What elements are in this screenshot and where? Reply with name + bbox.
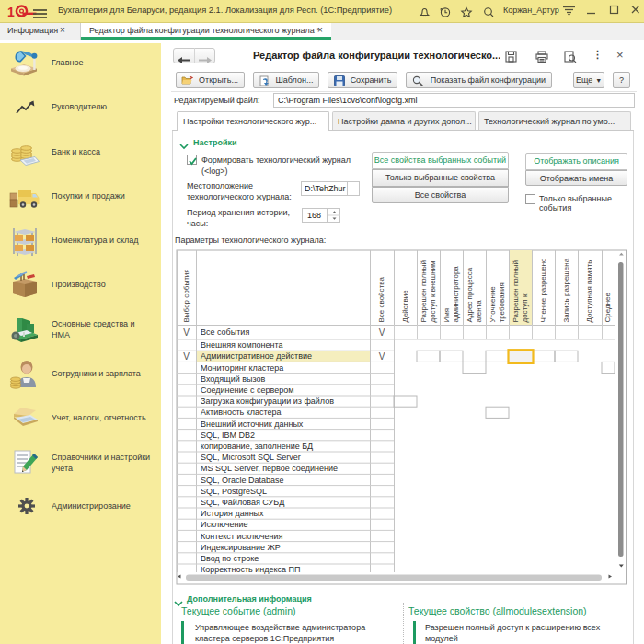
svg-text:SQL, IBM DB2: SQL, IBM DB2 [201,431,255,440]
svg-text:V: V [379,351,385,362]
svg-text:Чтение разрешено: Чтение разрешено [539,258,547,323]
svg-text:Все свойства: Все свойства [377,277,385,323]
svg-text:Все события: Все события [201,328,249,337]
svg-text:MS SQL Server, первое соединен: MS SQL Server, первое соединение [201,464,338,473]
svg-text:SQL, Файловая СУБД: SQL, Файловая СУБД [201,498,284,507]
svg-text:Административное действие: Административное действие [201,351,312,361]
svg-text:Среднее: Среднее [604,292,612,322]
svg-text:Запись разрешена: Запись разрешена [562,258,570,322]
svg-text:агента: агента [475,300,483,323]
svg-text:Загрузка конфигурации из файло: Загрузка конфигурации из файлов [201,397,334,406]
svg-text:SQL, PostgreSQL: SQL, PostgreSQL [201,487,267,496]
svg-text:V: V [379,328,385,338]
svg-text:История данных: История данных [201,509,264,518]
svg-text:SQL, Microsoft SQL Server: SQL, Microsoft SQL Server [201,453,301,462]
svg-text:Действие: Действие [401,290,409,323]
svg-text:Разрешен полный: Разрешен полный [420,260,428,322]
svg-text:V: V [183,328,190,338]
svg-text:Имя: Имя [443,308,451,323]
svg-text:Доступная память: Доступная память [585,260,593,323]
svg-text:Разрешен полный: Разрешен полный [512,260,520,322]
svg-text:Исключение: Исключение [201,520,248,529]
svg-text:Мониторинг кластера: Мониторинг кластера [201,363,283,373]
svg-text:Выбор события: Выбор события [182,269,190,322]
svg-text:доступ к внешним: доступ к внешним [429,260,437,322]
svg-text:Входящий вызов: Входящий вызов [201,374,265,384]
svg-text:Внешний источник данных: Внешний источник данных [201,420,304,429]
svg-text:копирование, заполнение БД: копирование, заполнение БД [201,442,313,451]
svg-text:администратора: администратора [452,266,460,323]
svg-text:Активность кластера: Активность кластера [201,408,282,417]
svg-text:Внешняя компонента: Внешняя компонента [201,340,283,350]
svg-text:требования: требования [498,282,506,322]
svg-text:Соединение с сервером: Соединение с сервером [201,385,293,395]
svg-text:Контекст исключения: Контекст исключения [201,532,282,541]
svg-text:Корректность индекса ПП: Корректность индекса ПП [201,565,300,574]
svg-text:доступ к: доступ к [521,293,529,322]
svg-text:SQL, Oracle Database: SQL, Oracle Database [201,476,284,485]
svg-text:Уточнение: Уточнение [489,286,497,323]
svg-text:Ввод по строке: Ввод по строке [201,554,259,563]
svg-text:Адрес процесса: Адрес процесса [466,267,474,322]
svg-text:Индексирование ЖР: Индексирование ЖР [201,543,281,552]
svg-text:V: V [183,351,190,362]
